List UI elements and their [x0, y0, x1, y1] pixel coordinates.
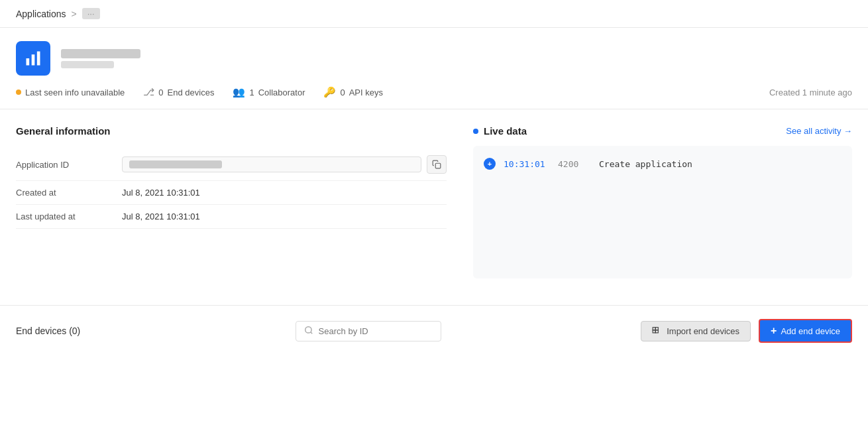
- last-seen-dot: [16, 90, 21, 95]
- svg-rect-1: [32, 54, 35, 65]
- general-info-title: General information: [16, 125, 447, 137]
- collaborators-stat: 👥 1 Collaborator: [233, 86, 305, 98]
- last-seen-label: Last seen info unavailable: [25, 88, 125, 97]
- right-panel: Live data See all activity → + 10:31:01 …: [473, 125, 852, 278]
- import-btn-label: Import end devices: [667, 326, 739, 336]
- copy-icon: [432, 160, 441, 169]
- end-devices-label: End devices: [168, 88, 215, 97]
- svg-rect-9: [655, 330, 658, 333]
- live-data-title: Live data: [473, 125, 527, 137]
- svg-rect-6: [653, 328, 655, 330]
- search-input-container: [296, 321, 441, 341]
- add-device-btn-label: Add end device: [781, 326, 840, 336]
- application-id-input-wrapper: [122, 155, 447, 174]
- copy-id-button[interactable]: [427, 155, 447, 174]
- collaborators-icon: 👥: [233, 86, 245, 98]
- svg-rect-2: [37, 52, 40, 66]
- live-data-dot: [473, 129, 478, 134]
- add-end-device-button[interactable]: + Add end device: [759, 319, 852, 343]
- import-end-devices-button[interactable]: Import end devices: [641, 321, 751, 341]
- created-ago: Created 1 minute ago: [769, 88, 852, 97]
- live-row-code: 4200: [558, 159, 591, 169]
- search-wrapper: [103, 321, 633, 341]
- app-header: Last seen info unavailable ⎇ 0 End devic…: [0, 28, 868, 109]
- app-name-blur: [61, 49, 140, 58]
- last-updated-row: Last updated at Jul 8, 2021 10:31:01: [16, 205, 447, 229]
- end-devices-section: End devices (0) Import end devices: [0, 305, 868, 356]
- breadcrumb-current: ···: [82, 8, 100, 19]
- app-stats: Last seen info unavailable ⎇ 0 End devic…: [16, 86, 852, 98]
- collaborators-label: Collaborator: [258, 88, 305, 97]
- last-seen-stat: Last seen info unavailable: [16, 88, 125, 97]
- created-at-value: Jul 8, 2021 10:31:01: [122, 188, 447, 198]
- live-row-icon: +: [484, 158, 496, 170]
- info-table: Application ID Created at Jul 8, 2021 1: [16, 149, 447, 229]
- breadcrumb-applications[interactable]: Applications: [16, 9, 66, 19]
- svg-rect-8: [653, 330, 655, 333]
- end-devices-stat: ⎇ 0 End devices: [143, 86, 214, 98]
- search-input[interactable]: [319, 326, 425, 336]
- end-devices-icon: ⎇: [143, 86, 154, 98]
- created-at-label: Created at: [16, 188, 122, 198]
- application-id-label: Application ID: [16, 160, 122, 170]
- live-row-time: 10:31:01: [504, 159, 550, 169]
- api-keys-stat: 🔑 0 API keys: [323, 86, 383, 98]
- live-data-row: + 10:31:01 4200 Create application: [481, 154, 844, 174]
- svg-rect-7: [655, 328, 658, 330]
- app-desc-blur: [61, 61, 114, 68]
- last-updated-value: Jul 8, 2021 10:31:01: [122, 212, 447, 221]
- main-content: General information Application ID: [0, 109, 868, 278]
- svg-rect-3: [435, 163, 441, 168]
- end-devices-count: 0: [158, 88, 163, 97]
- app-name-block: [61, 49, 140, 68]
- left-panel: General information Application ID: [16, 125, 447, 278]
- breadcrumb-separator: >: [72, 9, 77, 19]
- api-keys-label: API keys: [349, 88, 383, 97]
- application-id-blur: [129, 160, 222, 168]
- chart-icon: [24, 49, 42, 68]
- live-row-action: Create application: [599, 159, 692, 169]
- live-data-label: Live data: [484, 125, 527, 137]
- live-data-header: Live data See all activity →: [473, 125, 852, 137]
- svg-rect-0: [27, 58, 30, 66]
- app-icon: [16, 41, 50, 76]
- plus-icon: +: [771, 325, 777, 337]
- end-devices-section-label: End devices (0): [16, 326, 95, 336]
- collaborators-count: 1: [249, 88, 254, 97]
- api-keys-count: 0: [340, 88, 345, 97]
- created-at-row: Created at Jul 8, 2021 10:31:01: [16, 181, 447, 205]
- svg-point-4: [305, 326, 311, 332]
- application-id-input-box: [122, 156, 421, 172]
- end-devices-bar: End devices (0) Import end devices: [16, 319, 852, 343]
- api-keys-icon: 🔑: [323, 86, 336, 98]
- application-id-row: Application ID: [16, 149, 447, 181]
- breadcrumb: Applications > ···: [0, 0, 868, 28]
- live-data-table: + 10:31:01 4200 Create application: [473, 146, 852, 278]
- last-updated-label: Last updated at: [16, 212, 122, 221]
- import-icon: [652, 326, 661, 336]
- search-icon: [304, 326, 313, 337]
- svg-line-5: [310, 332, 312, 334]
- see-all-activity-link[interactable]: See all activity →: [786, 126, 852, 136]
